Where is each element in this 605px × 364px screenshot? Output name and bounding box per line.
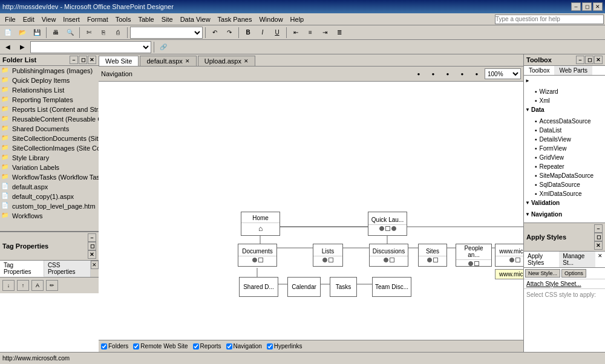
- open-button[interactable]: 📂: [16, 27, 29, 39]
- toolbox-item-xmldatasource[interactable]: ▪ XmlDataSource: [525, 189, 604, 198]
- menu-edit[interactable]: Edit: [19, 15, 38, 24]
- toolbar2-btn1[interactable]: ◀: [1, 41, 15, 53]
- toolbox-item-gridview[interactable]: ▪ GridView: [525, 153, 604, 162]
- folders-checkbox[interactable]: [101, 343, 107, 349]
- toolbox-item-xml[interactable]: ▪ Xml: [525, 96, 604, 105]
- zoom-dropdown[interactable]: 100% 75% 150%: [485, 68, 521, 79]
- status-reports[interactable]: Reports: [193, 343, 221, 349]
- hyperlinks-checkbox[interactable]: [267, 343, 273, 349]
- folder-list-close[interactable]: ✕: [88, 56, 96, 64]
- toolbox-item-datalist[interactable]: ▪ DataList: [525, 126, 604, 135]
- list-item[interactable]: 📁 WorkflowTasks (Workflow Task...: [0, 172, 99, 182]
- menu-taskpanes[interactable]: Task Panes: [214, 15, 256, 24]
- close-button[interactable]: ✕: [593, 2, 603, 11]
- cut-button[interactable]: ✄: [82, 27, 96, 39]
- toolbox-item-sitemapdatasource[interactable]: ▪ SiteMapDataSource: [525, 171, 604, 180]
- node-sites[interactable]: Sites: [418, 244, 447, 267]
- section-header-data[interactable]: ▼ Data: [525, 105, 604, 114]
- new-button[interactable]: 📄: [1, 27, 15, 39]
- toolbox-maximize[interactable]: ◻: [585, 56, 594, 64]
- toolbox-item-repeater[interactable]: ▪ Repeater: [525, 162, 604, 171]
- tab-default-aspx-close[interactable]: ✕: [185, 58, 190, 64]
- nav-btn-5[interactable]: ●: [470, 68, 483, 80]
- node-calendar[interactable]: Calendar: [287, 277, 321, 297]
- status-hyperlinks[interactable]: Hyperlinks: [267, 343, 302, 349]
- tab-toolbox[interactable]: Toolbox: [524, 66, 554, 75]
- section-header-navigation[interactable]: ▼ Navigation: [525, 210, 604, 219]
- tag-props-minimize[interactable]: –: [88, 233, 96, 242]
- reports-checkbox[interactable]: [193, 343, 199, 349]
- toolbox-close[interactable]: ✕: [594, 56, 603, 64]
- list-item[interactable]: 📄 custom_top_level_page.htm: [0, 201, 99, 211]
- list-item[interactable]: 📁 Workflows: [0, 211, 99, 221]
- toolbox-item-sqldatasource[interactable]: ▪ SqlDataSource: [525, 180, 604, 189]
- menu-file[interactable]: File: [1, 15, 19, 24]
- node-teamdisc[interactable]: Team Disc...: [372, 277, 411, 297]
- section-header-validation[interactable]: ▼ Validation: [525, 198, 604, 207]
- apply-styles-minimize[interactable]: –: [594, 224, 603, 233]
- list-item[interactable]: 📁 Style Library: [0, 153, 99, 163]
- status-remote[interactable]: Remote Web Site: [133, 343, 188, 349]
- list-item[interactable]: 📁 ReusableContent (Reusable C...: [0, 114, 99, 124]
- node-lists[interactable]: Lists: [313, 244, 343, 267]
- apply-styles-maximize[interactable]: ◻: [594, 233, 603, 241]
- attach-stylesheet-label[interactable]: Attach Style Sheet...: [526, 281, 581, 287]
- restore-button[interactable]: ◻: [582, 2, 592, 11]
- underline-button[interactable]: U: [270, 27, 284, 39]
- tag-btn-3[interactable]: A​: [31, 280, 44, 291]
- css-props-close[interactable]: ✕: [91, 261, 99, 269]
- node-documents[interactable]: Documents: [238, 244, 277, 267]
- tab-apply-styles[interactable]: Apply Styles: [524, 252, 559, 267]
- new-style-button[interactable]: New Style...: [525, 269, 560, 278]
- preview-button[interactable]: 🔍: [64, 27, 77, 39]
- options-button[interactable]: Options: [561, 269, 586, 278]
- nav-btn-4[interactable]: ●: [456, 68, 469, 80]
- menu-tools[interactable]: Tools: [112, 15, 135, 24]
- node-home[interactable]: Home ⌂: [241, 212, 280, 236]
- list-item[interactable]: 📁 PublishingImages (Images): [0, 66, 99, 76]
- help-search-input[interactable]: [495, 15, 604, 24]
- node-wwwmicr[interactable]: www.micr...: [495, 244, 523, 267]
- menu-format[interactable]: Format: [83, 15, 112, 24]
- menu-help[interactable]: Help: [287, 15, 308, 24]
- list-item[interactable]: 📄 default_copy(1).aspx: [0, 192, 99, 201]
- menu-site[interactable]: Site: [158, 15, 177, 24]
- tab-website[interactable]: Web Site: [99, 56, 139, 66]
- section-header-webparts[interactable]: ►: [525, 77, 604, 85]
- manage-styles-close[interactable]: ✕: [595, 252, 605, 267]
- list-item[interactable]: 📁 Reports List (Content and Str...: [0, 105, 99, 114]
- tag-btn-1[interactable]: ↓: [2, 280, 15, 291]
- tab-upload-aspx-close[interactable]: ✕: [244, 58, 249, 64]
- print-button[interactable]: 🖶: [49, 27, 62, 39]
- tab-default-aspx[interactable]: default.aspx ✕: [140, 56, 196, 66]
- folder-list-maximize[interactable]: ◻: [79, 56, 87, 64]
- status-navigation[interactable]: Navigation: [226, 343, 262, 349]
- list-item[interactable]: 📁 SiteCollectionDocuments (Site...: [0, 134, 99, 143]
- toolbox-minimize[interactable]: –: [576, 56, 584, 64]
- tab-upload-aspx[interactable]: Upload.aspx ✕: [198, 56, 255, 66]
- align-left-button[interactable]: ⇤: [289, 27, 302, 39]
- toolbox-item-formview[interactable]: ▪ FormView: [525, 144, 604, 153]
- menu-insert[interactable]: Insert: [59, 15, 83, 24]
- tab-manage-styles[interactable]: Manage St...: [559, 252, 595, 267]
- menu-dataview[interactable]: Data View: [177, 15, 214, 24]
- remote-checkbox[interactable]: [133, 343, 139, 349]
- align-center-button[interactable]: ≡: [304, 27, 317, 39]
- status-folders[interactable]: Folders: [101, 343, 128, 349]
- undo-button[interactable]: ↶: [208, 27, 221, 39]
- list-item[interactable]: 📁 Relationships List: [0, 85, 99, 95]
- folder-list-minimize[interactable]: –: [70, 56, 78, 64]
- menu-table[interactable]: Table: [134, 15, 157, 24]
- menu-view[interactable]: View: [38, 15, 60, 24]
- node-tasks[interactable]: Tasks: [330, 277, 357, 297]
- node-shareddoc[interactable]: Shared D...: [239, 277, 278, 297]
- node-peoplean[interactable]: People an...: [456, 244, 492, 267]
- tab-webparts[interactable]: Web Parts: [554, 66, 592, 75]
- tab-css-properties[interactable]: CSS Properties: [44, 261, 91, 277]
- save-button[interactable]: 💾: [30, 27, 44, 39]
- apply-styles-close[interactable]: ✕: [594, 241, 603, 250]
- paste-button[interactable]: ⎙: [111, 27, 125, 39]
- minimize-button[interactable]: –: [571, 2, 581, 11]
- tag-props-close[interactable]: ✕: [88, 250, 96, 259]
- navigation-checkbox[interactable]: [226, 343, 232, 349]
